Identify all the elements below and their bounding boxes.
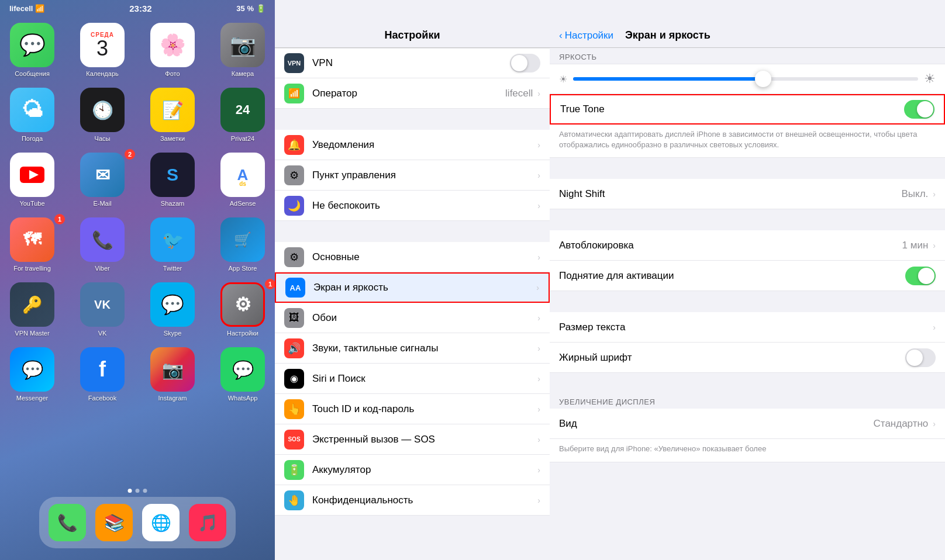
vk-label: VK <box>98 330 107 337</box>
settings-item-control[interactable]: ⚙ Пункт управления › <box>275 160 550 191</box>
app-email[interactable]: ✉ 2 E-Mail <box>73 153 132 207</box>
youtube-icon[interactable] <box>10 153 54 197</box>
whatsapp-icon[interactable]: 💬 <box>220 347 265 392</box>
appstore-icon[interactable]: 🛒 <box>220 217 265 262</box>
settings-item-siri[interactable]: ◉ Siri и Поиск › <box>275 364 550 394</box>
travelling-icon[interactable]: 🗺 <box>10 217 54 262</box>
sep-display-4 <box>550 373 945 394</box>
messenger-icon[interactable]: 💬 <box>10 347 54 392</box>
settings-item-privacy[interactable]: 🤚 Конфиденциальность › <box>275 485 550 516</box>
youtube-label: YouTube <box>19 200 44 207</box>
app-twitter[interactable]: 🐦 Twitter <box>143 217 202 272</box>
true-tone-row[interactable]: True Tone <box>550 94 945 125</box>
app-photos[interactable]: 🌸 Фото <box>143 23 202 77</box>
notes-icon[interactable]: 📝 <box>150 88 195 132</box>
twitter-icon[interactable]: 🐦 <box>150 217 195 262</box>
true-tone-toggle[interactable] <box>904 100 934 119</box>
instagram-icon[interactable]: 📷 <box>150 347 195 392</box>
settings-icon[interactable]: ⚙ <box>220 282 265 327</box>
privacy-chevron: › <box>537 496 540 505</box>
app-settings[interactable]: ⚙ 1 Настройки <box>213 282 272 337</box>
app-messenger[interactable]: 💬 Messenger <box>3 347 61 402</box>
operator-value: lifecell <box>505 88 533 99</box>
settings-item-operator[interactable]: 📶 Оператор lifecell › <box>275 78 550 109</box>
clock-icon[interactable]: 🕙 <box>80 88 125 132</box>
zoom-section-label: УВЕЛИЧЕНИЕ ДИСПЛЕЯ <box>550 394 945 409</box>
email-icon[interactable]: ✉ <box>80 153 125 197</box>
bold-text-row[interactable]: Жирный шрифт <box>550 343 945 373</box>
app-notes[interactable]: 📝 Заметки <box>143 88 202 142</box>
night-shift-row[interactable]: Night Shift Выкл. › <box>550 179 945 209</box>
app-privat24[interactable]: 24 Privat24 <box>213 88 272 142</box>
viber-icon[interactable]: 📞 <box>80 217 125 262</box>
vpn-toggle[interactable] <box>510 54 540 72</box>
app-appstore[interactable]: 🛒 App Store <box>213 217 272 272</box>
app-facebook[interactable]: f Facebook <box>73 347 132 402</box>
settings-item-vpn[interactable]: VPN VPN <box>275 48 550 78</box>
raise-to-wake-toggle[interactable] <box>905 267 936 285</box>
weather-icon[interactable]: 🌤 <box>10 88 54 132</box>
app-clock[interactable]: 🕙 Часы <box>73 88 132 142</box>
notifications-icon: 🔔 <box>284 135 304 155</box>
dock-phone[interactable]: 📞 <box>49 504 86 541</box>
brightness-thumb[interactable] <box>755 71 771 87</box>
app-vk[interactable]: VK VK <box>73 282 132 337</box>
app-instagram[interactable]: 📷 Instagram <box>143 347 202 402</box>
dock-books[interactable]: 📚 <box>95 504 133 541</box>
bold-text-toggle[interactable] <box>905 348 936 367</box>
vk-icon[interactable]: VK <box>80 282 125 327</box>
app-skype[interactable]: 💬 Skype <box>143 282 202 337</box>
adsense-icon[interactable]: Ads <box>220 153 265 197</box>
settings-item-display[interactable]: AA Экран и яркость › <box>275 272 550 303</box>
dock-chrome[interactable]: 🌐 <box>142 504 180 541</box>
auto-lock-row[interactable]: Автоблокировка 1 мин › <box>550 230 945 261</box>
calendar-icon[interactable]: Среда 3 <box>80 23 125 67</box>
app-calendar[interactable]: Среда 3 Календарь <box>73 23 132 77</box>
app-youtube[interactable]: YouTube <box>3 153 61 207</box>
app-shazam[interactable]: S Shazam <box>143 153 202 207</box>
app-grid: 💬 Сообщения Среда 3 Календарь 🌸 Фото 📷 К… <box>0 17 275 407</box>
dot-3 <box>143 489 147 493</box>
facebook-icon[interactable]: f <box>80 347 125 392</box>
app-messages[interactable]: 💬 Сообщения <box>3 23 61 77</box>
vpnmaster-icon[interactable]: 🔑 <box>10 282 54 327</box>
app-vpnmaster[interactable]: 🔑 VPN Master <box>3 282 61 337</box>
notifications-label: Уведомления <box>312 139 537 151</box>
settings-title: Настройки <box>284 29 540 42</box>
app-travelling[interactable]: 🗺 1 For travelling <box>3 217 61 272</box>
view-row[interactable]: Вид Стандартно › <box>550 409 945 439</box>
app-whatsapp[interactable]: 💬 WhatsApp <box>213 347 272 402</box>
brightness-low-icon: ☀ <box>559 74 567 85</box>
camera-icon[interactable]: 📷 <box>220 23 265 67</box>
settings-item-touchid[interactable]: 👆 Touch ID и код-пароль › <box>275 394 550 424</box>
back-button[interactable]: ‹ Настройки <box>559 30 613 42</box>
shazam-icon[interactable]: S <box>150 153 195 197</box>
siri-label: Siri и Поиск <box>312 373 537 385</box>
settings-item-sounds[interactable]: 🔊 Звуки, тактильные сигналы › <box>275 333 550 364</box>
messenger-label: Messenger <box>16 395 48 402</box>
photos-icon[interactable]: 🌸 <box>150 23 195 67</box>
back-label: Настройки <box>565 30 613 42</box>
settings-item-dnd[interactable]: 🌙 Не беспокоить › <box>275 191 550 221</box>
display-panel: ‹ Настройки Экран и яркость ЯРКОСТЬ ☀ ☀ … <box>550 0 945 560</box>
app-adsense[interactable]: Ads AdSense <box>213 153 272 207</box>
raise-to-wake-row[interactable]: Поднятие для активации <box>550 261 945 291</box>
settings-item-notifications[interactable]: 🔔 Уведомления › <box>275 130 550 160</box>
dock-music[interactable]: 🎵 <box>189 504 226 541</box>
messages-icon[interactable]: 💬 <box>10 23 54 67</box>
settings-item-general[interactable]: ⚙ Основные › <box>275 242 550 272</box>
privat24-icon[interactable]: 24 <box>220 88 265 132</box>
settings-item-battery[interactable]: 🔋 Аккумулятор › <box>275 455 550 485</box>
control-icon: ⚙ <box>284 165 304 185</box>
app-viber[interactable]: 📞 Viber <box>73 217 132 272</box>
dock: 📞 📚 🌐 🎵 <box>39 497 236 548</box>
skype-icon[interactable]: 💬 <box>150 282 195 327</box>
sep-display-3 <box>550 291 945 312</box>
settings-item-sos[interactable]: SOS Экстренный вызов — SOS › <box>275 424 550 455</box>
display-label: Экран и яркость <box>313 282 536 293</box>
text-size-row[interactable]: Размер текста › <box>550 312 945 343</box>
app-weather[interactable]: 🌤 Погода <box>3 88 61 142</box>
app-camera[interactable]: 📷 Камера <box>213 23 272 77</box>
brightness-slider[interactable] <box>573 77 918 81</box>
settings-item-wallpaper[interactable]: 🖼 Обои › <box>275 303 550 333</box>
